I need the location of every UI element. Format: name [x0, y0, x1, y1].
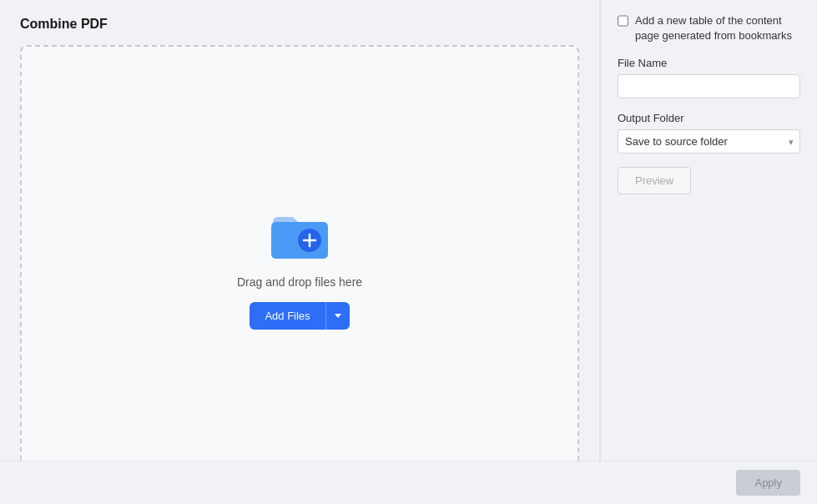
app-container: Combine PDF Drag and drop files here: [0, 0, 817, 504]
file-name-input[interactable]: [618, 74, 800, 98]
add-files-dropdown-arrow[interactable]: [326, 302, 350, 330]
drag-drop-text: Drag and drop files here: [237, 275, 362, 289]
page-title: Combine PDF: [20, 17, 579, 32]
add-files-button-group[interactable]: Add Files: [250, 302, 349, 330]
bookmark-label: Add a new table of the content page gene…: [635, 13, 800, 43]
sidebar: Add a new table of the content page gene…: [600, 0, 817, 504]
drop-zone[interactable]: Drag and drop files here Add Files: [20, 45, 579, 487]
main-content: Combine PDF Drag and drop files here: [0, 0, 599, 504]
bookmark-checkbox[interactable]: [618, 15, 628, 27]
output-folder-select[interactable]: Save to source folder Choose folder...: [618, 129, 800, 154]
bookmark-option: Add a new table of the content page gene…: [618, 13, 800, 43]
chevron-down-icon: [335, 314, 341, 318]
file-name-label: File Name: [618, 57, 800, 69]
footer: Apply: [0, 461, 817, 504]
output-folder-field: Output Folder Save to source folder Choo…: [618, 112, 800, 154]
output-folder-label: Output Folder: [618, 112, 800, 124]
apply-button[interactable]: Apply: [736, 470, 800, 496]
folder-icon: [266, 204, 333, 262]
preview-button[interactable]: Preview: [618, 167, 691, 194]
output-folder-select-wrapper: Save to source folder Choose folder... ▾: [618, 129, 800, 154]
add-files-button[interactable]: Add Files: [250, 302, 325, 330]
file-name-field: File Name: [618, 57, 800, 98]
